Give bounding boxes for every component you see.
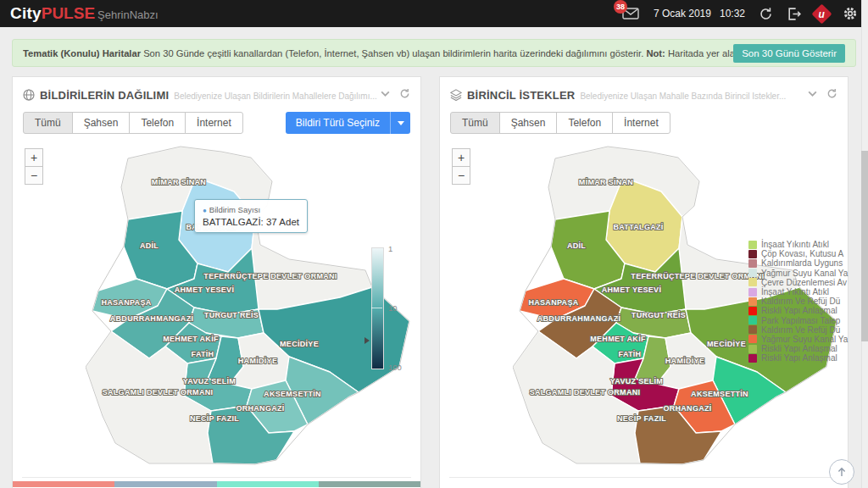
page-title-right: BİRİNCİL İSTEKLER	[467, 89, 575, 102]
map-label-hasanpasa: HASANPAŞA	[528, 298, 578, 307]
tab-telefon[interactable]: Telefon	[556, 112, 613, 134]
tab-i̇nternet[interactable]: İnternet	[612, 112, 670, 134]
legend-swatch	[748, 288, 757, 297]
alert-body: Son 30 Günde çeşitli kanallardan (Telefo…	[141, 48, 646, 58]
map-tooltip: ●Bildirim Sayısı BATTALGAZİ: 37 Adet	[194, 199, 308, 233]
municipality-logo: u	[811, 3, 832, 24]
series-dot-icon: ●	[203, 207, 207, 214]
brand-logo: CityPULSEŞehrinNabzı	[10, 4, 159, 23]
map-zoom-controls-left: + −	[25, 148, 43, 185]
map-label-teferructepe: TEFERRÜÇTEPE DEVLET ORMANI	[203, 272, 337, 280]
map-label-aksemsettin: AKSEMSETTİN	[264, 390, 321, 398]
chevron-down-icon[interactable]	[807, 88, 818, 99]
map-label-mimar-sinan: MİMAR SİNAN	[579, 178, 633, 186]
map-label-mehmet-akif: MEHMET AKİF	[163, 335, 219, 343]
legend-swatch	[748, 335, 757, 343]
panel-divider-right	[449, 477, 838, 478]
legend-label: Yağmur Suyu Kanal Ya	[761, 269, 848, 278]
chevron-down-icon[interactable]	[380, 88, 391, 99]
map-label-orhangazi: ORHANGAZİ	[663, 404, 711, 413]
tab-tümü[interactable]: Tümü	[23, 112, 73, 134]
panel-refresh-icon[interactable]	[826, 88, 837, 99]
tooltip-series: Bildirim Sayısı	[209, 205, 260, 214]
map-label-necip-fazil: NECİP FAZIL	[190, 414, 239, 423]
legend-item: Riskli Yapı Anlaşmal	[748, 353, 848, 363]
map-label-fatih: FATİH	[619, 350, 642, 358]
tab-şahsen[interactable]: Şahsen	[72, 112, 131, 134]
map-label-fatih: FATİH	[192, 350, 214, 358]
alert-note: Haritada yer alan bildirimler, adres bil…	[665, 48, 733, 58]
logout-button[interactable]	[787, 7, 801, 21]
zoom-in-button[interactable]: +	[452, 148, 470, 167]
legend-swatch	[748, 250, 757, 258]
bar-segment	[217, 481, 319, 487]
legend-swatch	[748, 354, 757, 363]
show-last-30-days-button[interactable]: Son 30 Günü Gösterir	[733, 44, 845, 63]
map-label-aksemsettin: AKSEMSETTİN	[691, 390, 748, 398]
legend-item: İnşaat Yıkıntı Atıkl	[748, 287, 848, 297]
notifications-button[interactable]: 38	[621, 6, 640, 21]
map-label-orhangazi: ORHANGAZİ	[236, 404, 284, 413]
map-zoom-controls-right: + −	[452, 148, 470, 185]
legend-label: Yağmur Suyu Kanal Ya	[761, 335, 848, 344]
gradient-mid-tick	[371, 308, 382, 308]
globe-icon	[23, 89, 35, 101]
map-label-teferructepe: TEFERRÜÇTEPE DEVLET ORMANI	[631, 272, 764, 280]
legend-swatch	[748, 325, 757, 334]
map-label-salgamli: SALGAMLI DEVLET ORMANI	[103, 388, 214, 396]
refresh-button[interactable]	[759, 7, 773, 21]
map-label-battalgazi: BATTALGAZİ	[613, 223, 663, 231]
map-label-abdurrahmangazi: ABDURRAHMANGAZİ	[110, 314, 194, 323]
bar-segment	[114, 481, 216, 487]
tab-tümü[interactable]: Tümü	[450, 112, 500, 134]
tab-telefon[interactable]: Telefon	[129, 112, 186, 134]
gradient-pointer	[364, 337, 370, 344]
zoom-out-button[interactable]: −	[25, 166, 43, 185]
zoom-out-button[interactable]: −	[452, 166, 470, 185]
legend-label: Riskli Yapı Anlaşmal	[761, 353, 837, 363]
legend-label: İnşaat Yıkıntı Atıkl	[761, 287, 829, 297]
legend-label: Park Yapılması Talep	[761, 316, 840, 325]
info-alert: Tematik (Konulu) Haritalar Son 30 Günde …	[12, 39, 856, 67]
alert-text: Tematik (Konulu) Haritalar Son 30 Günde …	[23, 48, 733, 58]
legend-item: Riskli Yapı Anlaşmal	[748, 344, 848, 353]
tab-şahsen[interactable]: Şahsen	[499, 112, 558, 134]
datetime: 7 Ocak 2019 10:32	[654, 8, 745, 19]
map-label-hamidiye: HAMİDİYE	[665, 357, 704, 365]
gradient-tick-10: 10	[388, 303, 398, 313]
page-scrollbar-track[interactable]	[861, 0, 868, 488]
scroll-to-top-button[interactable]	[829, 459, 854, 485]
panel-refresh-icon[interactable]	[399, 88, 410, 99]
dropdown-label: Bildiri Türü Seçiniz	[286, 112, 390, 134]
logout-icon	[787, 7, 801, 21]
tab-i̇nternet[interactable]: İnternet	[185, 112, 243, 134]
channel-tabs-right: TümüŞahsenTelefonİnternet	[450, 112, 670, 134]
legend-swatch	[748, 269, 757, 277]
map-label-hasanpasa: HASANPAŞA	[101, 298, 151, 307]
notification-badge: 38	[614, 0, 627, 14]
legend-item: Kaldırım Ve Refüj Dü	[748, 325, 848, 335]
channel-tabs-left: TümüŞahsenTelefonİnternet	[23, 112, 243, 134]
map-label-mecidiye: MECİDİYE	[707, 340, 746, 348]
refresh-icon	[759, 7, 773, 21]
alert-note-label: Not:	[646, 48, 665, 58]
map-label-turgut-reis: TURGUT REİS	[204, 311, 259, 319]
date-label: 7 Ocak 2019	[654, 8, 711, 19]
legend-label: Kaldırım Ve Refüj Dü	[761, 297, 840, 306]
dropdown-caret-icon[interactable]	[390, 112, 410, 134]
page-scrollbar-thumb[interactable]	[861, 151, 868, 341]
gradient-tick-1: 1	[388, 244, 392, 253]
legend-swatch	[748, 259, 757, 268]
legend-label: Riskli Yapı Anlaşmal	[761, 344, 837, 353]
settings-button[interactable]	[843, 6, 858, 21]
panel-subtitle-left: Belediyenize Ulaşan Bildirilerin Mahalle…	[174, 92, 377, 101]
panel-divider-left	[22, 477, 411, 478]
legend-item: Kaldırım Ve Refüj Dü	[748, 297, 848, 306]
zoom-in-button[interactable]: +	[25, 148, 43, 167]
bildiri-turu-dropdown[interactable]: Bildiri Türü Seçiniz	[286, 112, 410, 134]
bar-segment	[13, 481, 114, 487]
map-label-ahmet-yesevi: AHMET YESEVİ	[175, 286, 234, 294]
panel-subtitle-right: Belediyenize Ulaşan Mahalle Bazında Biri…	[580, 92, 786, 101]
map-label-necip-fazil: NECİP FAZIL	[617, 414, 666, 423]
time-label: 10:32	[720, 8, 745, 19]
